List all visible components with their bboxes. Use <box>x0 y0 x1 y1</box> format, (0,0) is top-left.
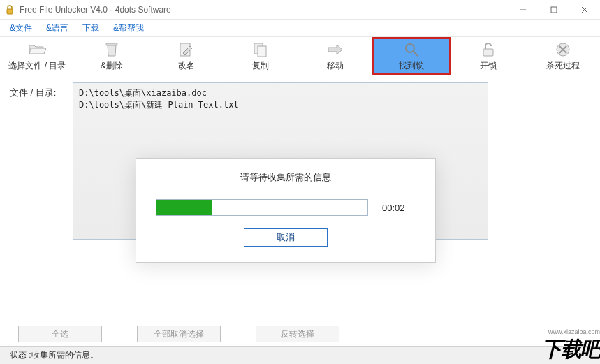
magnifier-icon <box>404 41 419 59</box>
toolbar-delete[interactable]: &删除 <box>75 37 149 75</box>
menu-language[interactable]: &语言 <box>46 22 68 34</box>
menu-download[interactable]: 下载 <box>82 22 99 34</box>
maximize-button[interactable] <box>539 0 569 20</box>
close-button[interactable] <box>569 0 600 20</box>
menu-bar: &文件 &语言 下载 &帮帮我 <box>0 20 600 37</box>
list-item[interactable]: D:\tools\桌面\新建 Plain Text.txt <box>79 99 482 111</box>
svg-rect-8 <box>258 46 266 57</box>
svg-rect-2 <box>551 7 557 13</box>
progress-time: 00:02 <box>382 203 416 213</box>
toolbar-find-lock[interactable]: 找到锁 <box>372 37 451 75</box>
svg-rect-0 <box>7 9 13 14</box>
watermark-logo: 下载吧 <box>541 335 600 364</box>
svg-line-10 <box>414 52 418 56</box>
bottom-bar: 全选 全部取消选择 反转选择 <box>0 322 600 346</box>
menu-file[interactable]: &文件 <box>10 22 32 34</box>
toolbar-find-lock-label: 找到锁 <box>399 60 424 72</box>
window-title: Free File Unlocker V4.0 - 4dots Software <box>20 5 508 15</box>
app-icon <box>4 4 15 15</box>
progress-row: 00:02 <box>156 199 416 216</box>
svg-point-9 <box>406 44 414 52</box>
invert-selection-button[interactable]: 反转选择 <box>256 326 339 342</box>
status-label: 状态 : <box>10 349 31 361</box>
deselect-all-button[interactable]: 全部取消选择 <box>137 326 221 342</box>
title-bar: Free File Unlocker V4.0 - 4dots Software <box>0 0 600 20</box>
menu-help[interactable]: &帮帮我 <box>113 22 144 34</box>
toolbar-unlock[interactable]: 开锁 <box>451 37 526 75</box>
toolbar-move-label: 移动 <box>327 60 344 72</box>
progress-bar <box>156 199 368 216</box>
toolbar-select-files[interactable]: 选择文件 / 目录 <box>0 37 75 75</box>
status-bar: 状态 : 收集所需的信息。 <box>0 346 600 364</box>
dialog-message: 请等待收集所需的信息 <box>240 171 331 184</box>
arrow-right-icon <box>327 41 344 59</box>
progress-fill <box>156 200 212 215</box>
trash-icon <box>105 41 119 59</box>
toolbar: 选择文件 / 目录 &删除 改名 复制 移动 找到锁 开锁 <box>0 37 600 75</box>
copy-icon <box>253 41 268 59</box>
status-text: 收集所需的信息。 <box>31 349 98 361</box>
folder-open-icon <box>28 41 46 59</box>
svg-rect-5 <box>106 43 117 45</box>
toolbar-rename[interactable]: 改名 <box>149 37 224 75</box>
toolbar-copy-label: 复制 <box>252 60 269 72</box>
toolbar-select-files-label: 选择文件 / 目录 <box>8 60 66 72</box>
progress-dialog: 请等待收集所需的信息 00:02 取消 <box>136 158 436 263</box>
list-item[interactable]: D:\tools\桌面\xiazaiba.doc <box>79 87 482 99</box>
cancel-button[interactable]: 取消 <box>244 228 328 247</box>
unlock-icon <box>481 41 495 59</box>
toolbar-rename-label: 改名 <box>178 60 195 72</box>
toolbar-move[interactable]: 移动 <box>298 37 373 75</box>
toolbar-copy[interactable]: 复制 <box>224 37 298 75</box>
rename-icon <box>179 41 194 59</box>
watermark-site: www.xiazaiba.com <box>541 328 600 335</box>
toolbar-delete-label: &删除 <box>101 60 123 72</box>
main-area: 文件 / 目录: D:\tools\桌面\xiazaiba.doc D:\too… <box>0 75 600 323</box>
toolbar-kill-process-label: 杀死过程 <box>546 60 580 72</box>
toolbar-unlock-label: 开锁 <box>480 60 497 72</box>
select-all-button[interactable]: 全选 <box>18 326 102 342</box>
minimize-button[interactable] <box>508 0 539 20</box>
watermark: www.xiazaiba.com 下载吧 <box>541 328 600 364</box>
kill-icon <box>555 41 571 59</box>
window-controls <box>508 0 600 20</box>
svg-rect-11 <box>483 49 493 56</box>
files-label: 文件 / 目录: <box>10 87 56 99</box>
toolbar-kill-process[interactable]: 杀死过程 <box>525 37 600 75</box>
